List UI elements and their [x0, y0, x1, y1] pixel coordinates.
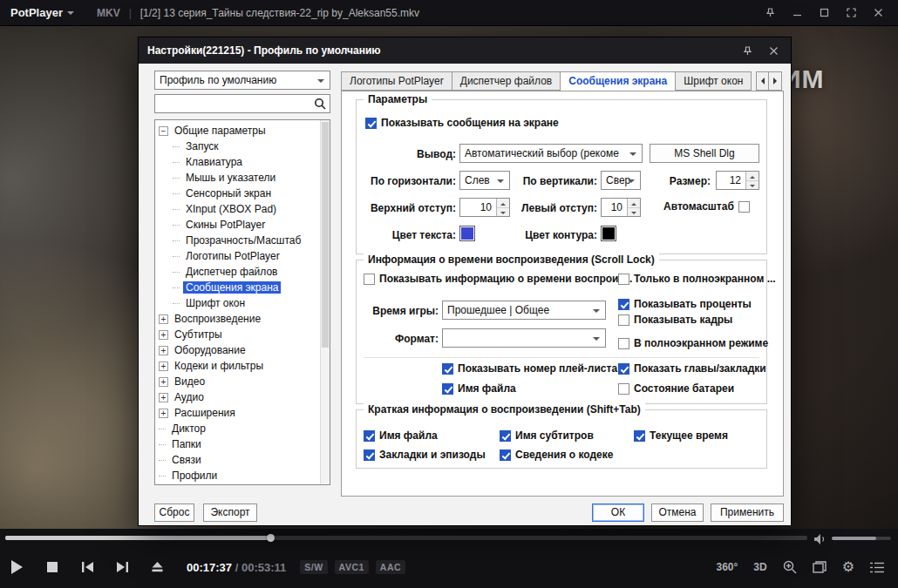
next-button[interactable]	[105, 546, 139, 588]
brief-bookmarks-checkbox[interactable]: Закладки и эпизоды	[364, 449, 486, 461]
spin-up-icon[interactable]	[746, 172, 759, 181]
tab-scroll-left-icon[interactable]	[756, 71, 769, 91]
show-messages-checkbox[interactable]: Показывать сообщения на экране	[365, 117, 559, 129]
tree-item-folders[interactable]: Папки	[155, 436, 330, 452]
search-input[interactable]	[157, 96, 312, 112]
app-menu-button[interactable]: PotPlayer	[10, 6, 74, 19]
tree-scrollbar[interactable]	[320, 120, 330, 484]
tab-osd[interactable]: Сообщения экрана	[561, 71, 676, 91]
window-titlebar[interactable]: PotPlayer MKV | [1/2] 13 серия_Тайны сле…	[0, 0, 898, 26]
font-button[interactable]: MS Shell Dlg	[650, 144, 759, 163]
tree-item-keyboard[interactable]: Клавиатура	[155, 154, 330, 170]
tree-item-codecs[interactable]: +Кодеки и фильтры	[155, 358, 330, 374]
fullscreen-icon[interactable]	[841, 3, 861, 23]
playlist-number-checkbox[interactable]: Показывать номер плей-листа	[442, 362, 617, 375]
show-percent-checkbox[interactable]: Показывать проценты	[618, 298, 752, 310]
dialog-titlebar[interactable]: Настройки(221215) - Профиль по умолчанию	[139, 37, 791, 64]
maximize-icon[interactable]	[814, 3, 833, 23]
tab-logos[interactable]: Логотипы PotPlayer	[341, 71, 452, 91]
tree-item-hardware[interactable]: +Оборудование	[155, 342, 330, 358]
search-icon[interactable]	[314, 98, 326, 112]
play-button[interactable]	[0, 546, 35, 588]
expand-icon[interactable]: +	[159, 330, 168, 340]
tree-item-associations[interactable]: Связи	[155, 452, 330, 468]
stop-button[interactable]	[35, 546, 70, 588]
spin-up-icon[interactable]	[497, 199, 509, 208]
volume-slider[interactable]	[832, 537, 891, 540]
pin-icon[interactable]	[760, 3, 779, 23]
show-time-info-checkbox[interactable]: Показывать информацию о времени воспроиз…	[364, 273, 632, 285]
chapters-checkbox[interactable]: Показать главы/закладки	[618, 362, 766, 375]
expand-icon[interactable]: +	[159, 393, 168, 402]
ok-button[interactable]: ОК	[592, 504, 644, 522]
tab-window-font[interactable]: Шрифт окон	[676, 71, 752, 91]
tree-item-narrator[interactable]: Диктор	[155, 421, 330, 436]
top-margin-spinner[interactable]: 10	[459, 198, 510, 217]
vr-360-icon[interactable]: 360°	[716, 561, 738, 573]
fullscreen-only-checkbox[interactable]: Только в полноэкранном ...	[618, 273, 776, 285]
tab-scroll-right-icon[interactable]	[769, 71, 782, 91]
output-dropdown[interactable]: Автоматический выбор (рекоме	[459, 144, 643, 163]
tree-item-extensions[interactable]: +Расширения	[155, 405, 330, 421]
tab-file-manager[interactable]: Диспетчер файлов	[452, 71, 561, 91]
volume-icon[interactable]	[814, 532, 827, 543]
apply-button[interactable]: Применить	[711, 504, 784, 522]
filename-checkbox[interactable]: Имя файла	[442, 382, 516, 395]
tree-item-transparency[interactable]: Прозрачность/Масштаб	[155, 233, 330, 248]
collapse-icon[interactable]: −	[159, 126, 168, 136]
battery-checkbox[interactable]: Состояние батареи	[618, 382, 734, 395]
tree-item-subtitles[interactable]: +Субтитры	[155, 327, 330, 342]
brief-codec-checkbox[interactable]: Сведения о кодеке	[500, 449, 613, 461]
fullscreen-mode-checkbox[interactable]: В полноэкранном режиме	[618, 337, 768, 349]
text-color-swatch[interactable]	[459, 226, 475, 241]
previous-button[interactable]	[70, 546, 105, 588]
autoscale-checkbox[interactable]: Автомасштаб	[663, 200, 750, 213]
capture-icon[interactable]	[813, 561, 827, 573]
tree-item-general[interactable]: −Общие параметры	[155, 123, 330, 139]
dialog-close-icon[interactable]	[765, 42, 782, 59]
minimize-icon[interactable]	[787, 3, 806, 23]
profile-dropdown[interactable]: Профиль по умолчанию	[154, 71, 330, 90]
left-margin-spinner[interactable]: 10	[601, 198, 641, 217]
expand-icon[interactable]: +	[159, 346, 168, 355]
tree-item-profiles[interactable]: Профили	[155, 468, 330, 483]
tree-scrollbar-thumb[interactable]	[322, 122, 329, 348]
tree-item-playback[interactable]: +Воспроизведение	[155, 311, 330, 327]
3d-icon[interactable]: 3D	[753, 561, 766, 573]
tree-item-xinput[interactable]: XInput (XBOX Pad)	[155, 201, 330, 217]
zoom-icon[interactable]	[783, 560, 797, 574]
close-icon[interactable]	[868, 3, 888, 23]
spin-down-icon[interactable]	[497, 208, 509, 217]
expand-icon[interactable]: +	[159, 377, 168, 387]
tree-item-logos[interactable]: Логотипы PotPlayer	[155, 248, 330, 264]
tree-item-file-manager[interactable]: Диспетчер файлов	[155, 264, 330, 280]
spin-down-icon[interactable]	[746, 181, 759, 190]
brief-filename-checkbox[interactable]: Имя файла	[364, 429, 438, 442]
settings-gear-icon[interactable]: ⚙	[842, 560, 854, 574]
spin-down-icon[interactable]	[628, 208, 640, 217]
format-dropdown[interactable]	[442, 328, 606, 348]
horizontal-dropdown[interactable]: Слев	[459, 171, 510, 190]
play-time-dropdown[interactable]: Прошедшее | Общее	[442, 301, 606, 320]
tree-item-startup[interactable]: Запуск	[155, 139, 330, 154]
show-frames-checkbox[interactable]: Показывать кадры	[618, 314, 732, 326]
dialog-pin-icon[interactable]	[738, 42, 756, 59]
tree-item-audio[interactable]: +Аудио	[155, 389, 330, 405]
outline-color-swatch[interactable]	[601, 226, 616, 241]
tree-item-window-font[interactable]: Шрифт окон	[155, 295, 330, 311]
brief-current-time-checkbox[interactable]: Текущее время	[634, 429, 728, 442]
expand-icon[interactable]: +	[159, 314, 168, 324]
vertical-dropdown[interactable]: Свер	[601, 171, 641, 190]
brief-subtitle-checkbox[interactable]: Имя субтитров	[500, 429, 594, 442]
seek-handle[interactable]	[267, 534, 275, 542]
tree-item-touch[interactable]: Сенсорный экран	[155, 186, 330, 201]
expand-icon[interactable]: +	[159, 362, 168, 371]
expand-icon[interactable]: +	[159, 409, 168, 418]
export-button[interactable]: Экспорт	[203, 504, 257, 522]
tree-item-video[interactable]: +Видео	[155, 374, 330, 389]
size-spinner[interactable]: 12	[716, 171, 759, 190]
tree-item-skins[interactable]: Скины PotPlayer	[155, 217, 330, 233]
playlist-icon[interactable]	[870, 562, 884, 573]
open-eject-button[interactable]	[139, 546, 174, 588]
seek-bar[interactable]	[5, 536, 807, 540]
